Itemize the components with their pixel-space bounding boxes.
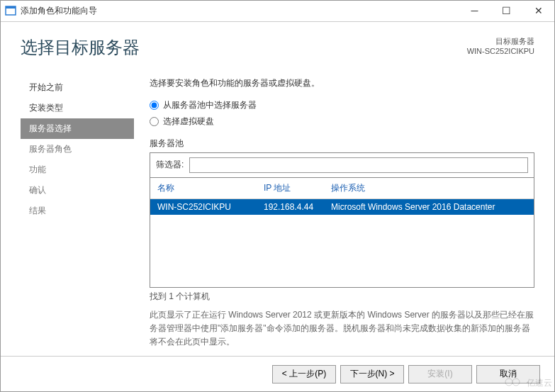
radio-vhd-label: 选择虚拟硬盘 — [163, 116, 214, 128]
radio-vhd-input[interactable] — [150, 117, 159, 126]
watermark-text: 亿速云 — [527, 377, 552, 389]
sidebar-item-results[interactable]: 结果 — [21, 201, 134, 221]
titlebar: 添加角色和功能向导 ─ ☐ ✕ — [1, 1, 554, 22]
table-row[interactable]: WIN-SC252ICIKPU 192.168.4.44 Microsoft W… — [150, 199, 534, 215]
target-server: WIN-SC252ICIKPU — [467, 47, 534, 55]
filter-label: 筛选器: — [156, 159, 184, 171]
footer: < 上一步(P) 下一步(N) > 安装(I) 取消 — [1, 356, 554, 391]
page-title: 选择目标服务器 — [21, 36, 467, 59]
maximize-button[interactable]: ☐ — [490, 1, 522, 21]
cell-ip: 192.168.4.44 — [257, 199, 324, 215]
col-header-name[interactable]: 名称 — [150, 178, 257, 198]
sidebar: 开始之前 安装类型 服务器选择 服务器角色 功能 确认 结果 — [21, 66, 134, 349]
install-button: 安装(I) — [408, 365, 472, 383]
target-label: 目标服务器 — [467, 36, 534, 47]
found-count: 找到 1 个计算机 — [150, 291, 534, 303]
header-target: 目标服务器 WIN-SC252ICIKPU — [467, 36, 534, 55]
next-button[interactable]: 下一步(N) > — [340, 365, 404, 383]
filter-bar: 筛选器: — [150, 152, 534, 178]
radio-server-pool[interactable]: 从服务器池中选择服务器 — [150, 99, 534, 111]
radio-vhd[interactable]: 选择虚拟硬盘 — [150, 116, 534, 128]
radio-server-pool-input[interactable] — [150, 101, 159, 110]
table-body: WIN-SC252ICIKPU 192.168.4.44 Microsoft W… — [150, 199, 534, 287]
sidebar-item-server-selection[interactable]: 服务器选择 — [21, 118, 134, 139]
window-controls: ─ ☐ ✕ — [459, 1, 554, 21]
svg-point-3 — [512, 379, 520, 386]
radio-server-pool-label: 从服务器池中选择服务器 — [163, 99, 257, 111]
svg-point-2 — [505, 379, 512, 386]
server-pool-label: 服务器池 — [150, 138, 534, 150]
watermark: 亿速云 — [504, 377, 552, 389]
sidebar-item-server-roles[interactable]: 服务器角色 — [21, 139, 134, 159]
server-table: 名称 IP 地址 操作系统 WIN-SC252ICIKPU 192.168.4.… — [150, 178, 534, 288]
watermark-icon — [504, 377, 524, 389]
description-text: 此页显示了正在运行 Windows Server 2012 或更新版本的 Win… — [150, 308, 534, 349]
svg-rect-1 — [6, 6, 16, 9]
app-icon — [5, 5, 16, 16]
body: 开始之前 安装类型 服务器选择 服务器角色 功能 确认 结果 选择要安装角色和功… — [1, 66, 554, 357]
minimize-button[interactable]: ─ — [459, 1, 490, 21]
main-content: 选择要安装角色和功能的服务器或虚拟硬盘。 从服务器池中选择服务器 选择虚拟硬盘 … — [134, 66, 534, 349]
sidebar-item-before-begin[interactable]: 开始之前 — [21, 77, 134, 98]
prev-button[interactable]: < 上一步(P) — [272, 365, 336, 383]
sidebar-item-confirmation[interactable]: 确认 — [21, 180, 134, 201]
titlebar-text: 添加角色和功能向导 — [21, 5, 459, 17]
sidebar-item-install-type[interactable]: 安装类型 — [21, 98, 134, 118]
close-button[interactable]: ✕ — [522, 1, 554, 21]
filter-input[interactable] — [189, 157, 528, 173]
col-header-ip[interactable]: IP 地址 — [257, 178, 324, 198]
cell-name: WIN-SC252ICIKPU — [150, 199, 257, 215]
cell-os: Microsoft Windows Server 2016 Datacenter — [324, 199, 534, 215]
table-head: 名称 IP 地址 操作系统 — [150, 178, 534, 199]
col-header-os[interactable]: 操作系统 — [324, 178, 534, 198]
sidebar-item-features[interactable]: 功能 — [21, 159, 134, 180]
instruction-text: 选择要安装角色和功能的服务器或虚拟硬盘。 — [150, 77, 534, 89]
header: 选择目标服务器 目标服务器 WIN-SC252ICIKPU — [1, 22, 554, 66]
